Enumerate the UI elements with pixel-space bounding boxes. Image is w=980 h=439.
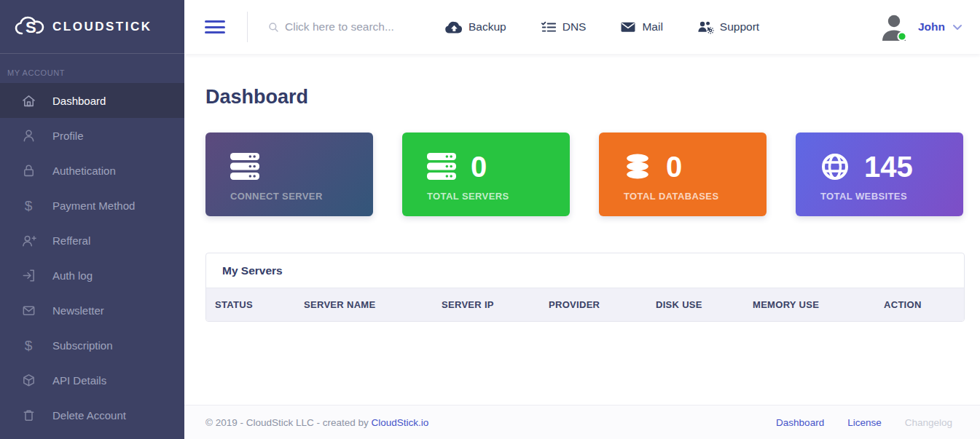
sidebar-nav: Dashboard Profile Authetication $ Paymen… <box>0 83 184 432</box>
sidebar-item-refferal[interactable]: Refferal <box>0 223 184 258</box>
user-menu[interactable]: John <box>879 12 963 42</box>
nav-backup[interactable]: Backup <box>444 20 506 35</box>
sidebar-item-label: Auth log <box>52 269 93 282</box>
home-icon <box>20 92 36 108</box>
header-divider <box>247 12 248 42</box>
dollar-icon: $ <box>20 197 36 213</box>
sidebar-item-label: Authetication <box>52 165 116 177</box>
column-header-memory-use: MEMORY USE <box>753 299 884 310</box>
servers-table-header: STATUS SERVER NAME SERVER IP PROVIDER DI… <box>206 288 964 321</box>
sidebar-item-profile[interactable]: Profile <box>0 118 184 153</box>
sidebar-item-subscription[interactable]: $ Subscription <box>0 328 184 363</box>
cloudstick-credit-link[interactable]: CloudStick.io <box>372 417 429 428</box>
nav-mail[interactable]: Mail <box>620 20 662 33</box>
panel-title: My Servers <box>206 253 964 288</box>
sidebar-section-label: MY ACCOUNT <box>0 54 184 82</box>
card-label: TOTAL WEBSITES <box>820 191 963 202</box>
footer-link-dashboard[interactable]: Dashboard <box>776 417 824 428</box>
sidebar: S CLOUDSTICK MY ACCOUNT Dashboard Profil… <box>0 0 184 439</box>
user-icon <box>20 127 36 143</box>
nav-label: DNS <box>562 20 587 33</box>
footer-links: Dashboard License Changelog <box>753 417 952 428</box>
total-servers-card: 0 TOTAL SERVERS <box>402 133 570 216</box>
card-value: 145 <box>864 152 913 181</box>
card-value: 0 <box>666 152 682 181</box>
dns-checklist-icon <box>541 20 557 34</box>
footer-link-license[interactable]: License <box>847 417 882 428</box>
brand-logo[interactable]: S CLOUDSTICK <box>0 0 184 54</box>
my-servers-panel: My Servers STATUS SERVER NAME SERVER IP … <box>205 253 965 322</box>
card-label: TOTAL SERVERS <box>427 191 570 202</box>
top-header: Backup DNS Mail <box>184 0 980 54</box>
support-users-icon <box>697 20 714 34</box>
sidebar-item-newsletter[interactable]: Newsletter <box>0 293 184 328</box>
nav-label: Backup <box>469 20 506 33</box>
package-icon <box>20 372 36 388</box>
footer: © 2019 - CloudStick LLC - created by Clo… <box>184 405 980 439</box>
column-header-server-name: SERVER NAME <box>304 299 442 310</box>
user-plus-icon <box>20 232 36 248</box>
lock-icon <box>20 162 36 178</box>
sidebar-item-label: Delete Account <box>52 409 126 422</box>
total-databases-card: 0 TOTAL DATABASES <box>599 133 767 216</box>
column-header-action: ACTION <box>884 299 964 310</box>
database-icon <box>624 153 651 181</box>
nav-dns[interactable]: DNS <box>541 20 587 34</box>
sidebar-item-authetication[interactable]: Authetication <box>0 153 184 188</box>
copyright-text: © 2019 - CloudStick LLC - created by Clo… <box>205 417 428 428</box>
header-nav: Backup DNS Mail <box>444 20 793 35</box>
app-root: S CLOUDSTICK MY ACCOUNT Dashboard Profil… <box>0 0 980 439</box>
chevron-down-icon <box>952 24 963 31</box>
content-area: Dashboard <box>184 54 980 405</box>
nav-support[interactable]: Support <box>697 20 759 34</box>
cloudstick-cloud-icon: S <box>15 15 48 39</box>
nav-label: Mail <box>642 20 662 33</box>
footer-link-changelog[interactable]: Changelog <box>905 417 952 428</box>
page-title: Dashboard <box>205 86 966 108</box>
column-header-status: STATUS <box>215 299 304 310</box>
search-icon <box>268 22 279 33</box>
user-name: John <box>918 20 945 33</box>
sidebar-item-label: Dashboard <box>52 95 106 107</box>
copyright-prefix: © 2019 - CloudStick LLC - created by <box>205 417 372 428</box>
sidebar-item-auth-log[interactable]: Auth log <box>0 258 184 293</box>
sidebar-item-label: Profile <box>52 130 84 142</box>
cloud-upload-icon <box>444 20 463 35</box>
mail-icon <box>620 20 636 33</box>
globe-icon <box>820 152 850 181</box>
sidebar-item-label: Newsletter <box>52 304 104 317</box>
avatar <box>879 12 909 42</box>
svg-text:S: S <box>26 18 36 36</box>
brand-name: CLOUDSTICK <box>52 20 152 34</box>
sidebar-item-delete-account[interactable]: Delete Account <box>0 398 184 432</box>
column-header-disk-use: DISK USE <box>656 299 753 310</box>
server-stack-icon <box>230 153 259 181</box>
search-box <box>268 20 414 33</box>
card-label: CONNECT SERVER <box>230 191 373 202</box>
envelope-icon <box>20 302 36 318</box>
nav-label: Support <box>720 20 759 33</box>
sidebar-item-label: Subscription <box>52 339 113 352</box>
sidebar-item-label: Refferal <box>52 234 90 247</box>
dollar-icon: $ <box>20 337 36 353</box>
sidebar-item-api-details[interactable]: API Details <box>0 363 184 398</box>
trash-icon <box>20 407 36 423</box>
server-stack-icon <box>427 153 456 181</box>
hamburger-menu-icon[interactable] <box>205 17 225 37</box>
card-label: TOTAL DATABASES <box>624 191 767 202</box>
sidebar-item-payment-method[interactable]: $ Payment Method <box>0 188 184 223</box>
connect-server-card[interactable]: CONNECT SERVER <box>205 133 373 216</box>
login-icon <box>20 267 36 283</box>
stat-cards-row: CONNECT SERVER <box>205 133 966 216</box>
total-websites-card: 145 TOTAL WEBSITES <box>796 133 963 216</box>
card-value: 0 <box>471 152 487 181</box>
sidebar-item-label: Payment Method <box>52 199 135 212</box>
sidebar-item-dashboard[interactable]: Dashboard <box>0 83 184 118</box>
main-column: Backup DNS Mail <box>184 0 980 439</box>
search-input[interactable] <box>285 20 409 33</box>
column-header-provider: PROVIDER <box>549 299 656 310</box>
sidebar-item-label: API Details <box>52 374 106 387</box>
column-header-server-ip: SERVER IP <box>442 299 549 310</box>
